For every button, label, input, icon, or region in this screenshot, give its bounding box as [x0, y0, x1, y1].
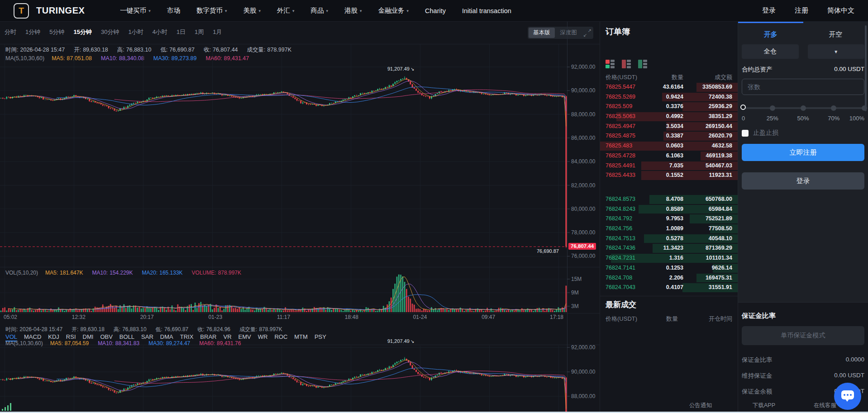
indicator-tab-macd[interactable]: MACD	[24, 333, 41, 340]
indicator-tab-sar[interactable]: SAR	[141, 333, 153, 340]
orderbook-qty: 0.9424	[642, 92, 683, 102]
nav-item[interactable]: 市场	[167, 6, 180, 15]
margin-mode-button[interactable]: 全仓	[742, 44, 799, 59]
login-button[interactable]: 登录	[742, 172, 864, 190]
orderbook-ask-row[interactable]: 76825.47286.1063469119.38	[600, 151, 738, 161]
info-pair: 开:89,630.18	[72, 326, 106, 333]
orderbook-bid-row[interactable]: 76824.7929.7953752521.89	[600, 214, 738, 224]
nav-item[interactable]: 金融业务▾	[378, 6, 409, 15]
price-chart-canvas[interactable]	[0, 22, 600, 413]
leverage-dropdown[interactable]: ▼	[808, 44, 865, 59]
orderbook-bid-row[interactable]: 76824.70430.410731551.91	[600, 283, 738, 293]
indicator-tab-rsi[interactable]: RSI	[66, 333, 76, 340]
orderbook-ask-row[interactable]: 76825.544743.61643350853.69	[600, 82, 738, 92]
time-axis-label: 05:02	[4, 314, 17, 320]
indicator-tab-dma[interactable]: DMA	[160, 333, 173, 340]
info-label: MA5:	[50, 340, 63, 347]
indicator-tab-emv[interactable]: EMV	[238, 333, 251, 340]
login-link[interactable]: 登录	[762, 6, 776, 15]
slider-handle[interactable]	[740, 104, 746, 110]
language-selector[interactable]: 简体中文	[827, 6, 854, 15]
nav-item[interactable]: 一键买币▾	[120, 6, 151, 15]
tpsl-checkbox[interactable]	[742, 130, 749, 137]
orderbook-ask-row[interactable]: 76825.52690.942472400.38	[600, 92, 738, 102]
orderbook-bid-row[interactable]: 76824.743611.3423871369.29	[600, 243, 738, 253]
info-value: 165.133K	[159, 270, 182, 276]
orderbook-ask-row[interactable]: 76825.44330.155211923.31	[600, 171, 738, 180]
info-pair: MA5:87,054.59	[50, 340, 91, 347]
slider-dot[interactable]	[770, 105, 775, 111]
orderbook-ask-row[interactable]: 76825.44917.035540467.03	[600, 161, 738, 171]
announcement-link[interactable]: 公告通知	[689, 402, 712, 409]
slider-dot[interactable]	[831, 105, 836, 111]
nav-item[interactable]: 数字货币▾	[196, 6, 227, 15]
nav-item[interactable]: 外汇▾	[277, 6, 295, 15]
orderbook-bid-row[interactable]: 76824.75130.527840548.10	[600, 234, 738, 244]
slider-dot[interactable]	[801, 105, 806, 111]
orderbook-bid-row[interactable]: 76824.71410.12539626.14	[600, 263, 738, 273]
orderbook-bid-row[interactable]: 76824.7561.008977508.50	[600, 224, 738, 234]
orderbook-total: 31551.91	[683, 283, 732, 293]
low-price-label: 76,690.87	[537, 248, 559, 254]
orderbook-ask-row[interactable]: 76825.4830.06034632.58	[600, 141, 738, 151]
indicator-tab-trix[interactable]: TRIX	[180, 333, 194, 340]
leverage-slider[interactable]	[742, 104, 864, 112]
nav-item[interactable]: 商品▾	[310, 6, 328, 15]
last-price-tag: 76,807.44	[568, 243, 596, 250]
tab-open-short[interactable]: 开空	[803, 25, 868, 43]
indicator-tab-mtm[interactable]: MTM	[294, 333, 308, 340]
orderbook-ask-row[interactable]: 76825.50630.499238351.29	[600, 112, 738, 122]
orderbook-qty: 0.8589	[642, 204, 683, 214]
indicator-tab-dmi[interactable]: DMI	[83, 333, 94, 340]
panel-scrollbar[interactable]	[865, 25, 867, 111]
indicator-tab-vr[interactable]: VR	[223, 333, 231, 340]
orderbook-view-bids-icon[interactable]	[638, 60, 647, 68]
axis-label: 92,000.00	[571, 64, 595, 70]
high-annotation-2: 91,207.49↘	[387, 338, 414, 344]
indicator-tab-brar[interactable]: BRAR	[200, 333, 216, 340]
indicator-tab-kdj[interactable]: KDJ	[48, 333, 59, 340]
orderbook-qty: 9.7953	[642, 214, 683, 224]
nav-item[interactable]: Charity	[425, 7, 446, 14]
orderbook-view-asks-icon[interactable]	[622, 60, 631, 68]
indicator-tab-vol[interactable]: VOL	[5, 333, 17, 340]
orderbook-bid-row[interactable]: 76824.72311.316101101.34	[600, 253, 738, 263]
chat-icon	[841, 390, 854, 399]
indicator-tab-obv[interactable]: OBV	[100, 333, 112, 340]
asset-label: 合约总资产	[742, 66, 773, 74]
chat-widget-button[interactable]	[834, 383, 861, 410]
online-support-link[interactable]: 在线客服	[814, 402, 836, 409]
orderbook-ask-row[interactable]: 76825.48750.338726020.79	[600, 131, 738, 141]
info-label: 收:	[197, 326, 204, 332]
indicator-tab-boll[interactable]: BOLL	[119, 333, 134, 340]
quantity-input[interactable]	[742, 79, 864, 95]
register-button[interactable]: 立即注册	[742, 144, 864, 161]
nav-item[interactable]: Initial transaction	[462, 7, 511, 14]
brand-name[interactable]: TURINGEX	[36, 5, 85, 16]
nav-item[interactable]: 港股▾	[344, 6, 362, 15]
orderbook-total: 9626.14	[683, 263, 732, 273]
orderbook-ask-row[interactable]: 76825.5090.337625936.29	[600, 102, 738, 112]
register-link[interactable]: 注册	[795, 6, 808, 15]
orderbook-bid-row[interactable]: 76824.7082.206169475.31	[600, 273, 738, 283]
chevron-down-icon: ▾	[148, 9, 151, 13]
axis-label: 86,000.00	[571, 135, 595, 141]
asset-value: 0.00 USDT	[834, 66, 864, 74]
orderbook-qty: 7.035	[642, 161, 683, 171]
orderbook-view-both-icon[interactable]	[606, 60, 615, 68]
nav-item[interactable]: 美股▾	[243, 6, 261, 15]
indicator-tab-psy[interactable]: PSY	[315, 333, 326, 340]
orderbook-bid-row[interactable]: 76824.82430.858965984.84	[600, 204, 738, 214]
brand-logo-icon[interactable]: T	[14, 3, 29, 19]
orderbook-ask-row[interactable]: 76825.49473.5034269150.44	[600, 122, 738, 132]
indicator-tab-roc[interactable]: ROC	[274, 333, 287, 340]
tab-open-long[interactable]: 开多	[738, 25, 803, 43]
download-app-link[interactable]: 下载APP	[753, 402, 775, 409]
indicator-tab-wr[interactable]: WR	[258, 333, 268, 340]
time-axis-label: 09:47	[482, 314, 495, 320]
orderbook-total: 469119.38	[683, 151, 732, 161]
info-label: MA5:	[45, 270, 58, 276]
chart-column: 分时1分钟5分钟15分钟30分钟1小时4小时1日1周1月 基本版 深度图 ↗ ↙…	[0, 22, 600, 413]
single-margin-mode-button[interactable]: 单币保证金模式	[742, 326, 864, 345]
orderbook-bid-row[interactable]: 76824.85738.4708650768.00	[600, 195, 738, 204]
